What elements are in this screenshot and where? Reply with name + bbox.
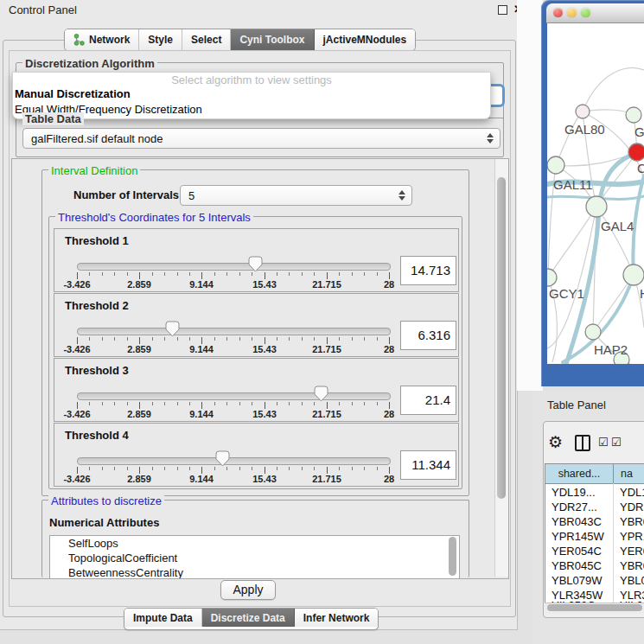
thresholds-coordinates-group-title: Threshold's Coordinates for 5 Intervals — [55, 211, 253, 224]
table-data-combobox[interactable]: galFiltered.sif default node — [22, 128, 501, 149]
node-hap2[interactable] — [585, 324, 601, 340]
threshold-1-slider-track[interactable] — [77, 263, 391, 271]
control-panel-window: Control Panel ✕ Network Style — [0, 0, 518, 630]
mode-tab-bar: Impute Data Discretize Data Infer Networ… — [124, 608, 379, 630]
node-label-gal80: GAL80 — [564, 122, 605, 137]
node-label-hap2: HAP2 — [594, 342, 628, 357]
threshold-4-slider-track[interactable] — [77, 457, 391, 465]
tab-style[interactable]: Style — [139, 29, 182, 50]
combo-stepper-icon — [396, 190, 408, 201]
threshold-3-panel: Threshold 3 -3.426 2.859 9.144 15.43 21.… — [54, 358, 459, 422]
table-row[interactable]: YBL079WYBL0 — [545, 573, 644, 588]
node-gal80[interactable] — [576, 105, 590, 118]
threshold-1-slider-thumb[interactable] — [248, 256, 263, 273]
tab-cyni-toolbox[interactable]: Cyni Toolbox — [231, 29, 314, 50]
node-attribute-table: shared... na YDL19...YDL1 YDR27...YDR2 Y… — [545, 463, 644, 613]
discretization-algorithm-group-title: Discretization Algorithm — [22, 57, 157, 70]
attribute-item-betweennesscentrality[interactable]: BetweennessCentrality — [50, 565, 459, 579]
dropdown-option-manual-discretization[interactable]: Manual Discretization — [15, 87, 131, 100]
tab-discretize-data[interactable]: Discretize Data — [202, 609, 295, 627]
tab-network-label: Network — [89, 34, 130, 46]
algorithm-dropdown-popup: Select algorithm to view settings Manual… — [12, 72, 491, 119]
vertical-scrollbar-thumb[interactable] — [497, 177, 506, 499]
node-gal4[interactable] — [586, 196, 607, 217]
threshold-2-label: Threshold 2 — [65, 299, 129, 312]
table-panel-title: Table Panel — [547, 399, 606, 411]
node-gal11[interactable] — [547, 156, 564, 174]
apply-button[interactable]: Apply — [220, 580, 276, 600]
attribute-item-selfloops[interactable]: SelfLoops — [50, 536, 459, 551]
numerical-attributes-list: SelfLoops TopologicalCoefficient Between… — [49, 535, 460, 579]
node-partial-top[interactable] — [626, 107, 641, 123]
table-data-group-title: Table Data — [22, 112, 84, 125]
table-data-selected-value: galFiltered.sif default node — [23, 132, 484, 145]
threshold-1-label: Threshold 1 — [65, 234, 129, 247]
columns-icon[interactable] — [575, 435, 590, 451]
threshold-3-slider-thumb[interactable] — [314, 386, 328, 403]
zoom-traffic-light-icon[interactable] — [581, 8, 590, 17]
network-canvas[interactable]: GAL80 GA C GAL11 GAL4 GCY1 H HAP2 — [547, 23, 644, 364]
node-label-partial-low: H — [640, 286, 644, 301]
minimize-traffic-light-icon[interactable] — [567, 8, 577, 17]
threshold-4-panel: Threshold 4 -3.426 2.859 9.144 15.43 21.… — [54, 423, 459, 487]
number-of-intervals-combobox[interactable]: 5 — [180, 185, 412, 206]
table-row[interactable]: YDL19...YDL1 — [545, 485, 644, 500]
node-label-partial-mid: C — [637, 161, 644, 175]
float-window-icon[interactable] — [498, 5, 507, 15]
node-label-gal11: GAL11 — [553, 177, 593, 192]
threshold-2-slider-thumb[interactable] — [165, 321, 180, 338]
threshold-1-value-field[interactable]: 14.713 — [400, 256, 456, 285]
table-row[interactable]: YDR27...YDR2 — [545, 500, 644, 514]
number-of-intervals-value: 5 — [181, 189, 396, 202]
control-panel-title: Control Panel — [9, 3, 77, 16]
attribute-item-topologicalcoefficient[interactable]: TopologicalCoefficient — [50, 551, 459, 565]
panel-divider-gap — [517, 0, 543, 391]
table-row[interactable]: YBR045CYBR0 — [545, 558, 644, 573]
node-label-gal4: GAL4 — [601, 219, 634, 233]
tab-infer-network[interactable]: Infer Network — [295, 609, 379, 627]
attributes-list-scrollbar-thumb[interactable] — [449, 537, 456, 576]
tab-impute-data[interactable]: Impute Data — [124, 609, 202, 627]
horizontal-scrollbar-thumb[interactable] — [547, 604, 642, 611]
threshold-3-slider-track[interactable] — [77, 392, 391, 400]
desktop: Control Panel ✕ Network Style — [0, 0, 644, 644]
threshold-4-label: Threshold 4 — [65, 429, 129, 442]
slider-ticks — [77, 272, 390, 279]
node-label-partial-top: GA — [634, 124, 644, 139]
checkbox-icon[interactable]: ☑ — [598, 436, 609, 449]
threshold-2-panel: Threshold 2 -3.426 2.859 9.144 15.43 21.… — [54, 293, 459, 357]
close-traffic-light-icon[interactable] — [553, 8, 563, 17]
tab-jactivemnodules[interactable]: jActiveMNodules — [315, 29, 416, 50]
column-header-shared-name[interactable]: shared... — [545, 464, 614, 484]
threshold-4-slider-thumb[interactable] — [215, 450, 230, 468]
network-icon — [73, 34, 85, 46]
slider-ticks — [77, 467, 390, 474]
threshold-2-value-field[interactable]: 6.316 — [400, 321, 456, 350]
column-header-name[interactable]: na — [614, 464, 644, 484]
threshold-3-label: Threshold 3 — [65, 364, 129, 377]
combo-stepper-icon — [484, 133, 496, 143]
control-panel-tab-bar: Network Style Select Cyni Toolbox jActiv… — [64, 29, 416, 51]
slider-ticks — [77, 337, 390, 344]
numerical-attributes-heading: Numerical Attributes — [49, 516, 159, 529]
checkbox-icon[interactable]: ☑ — [611, 436, 622, 449]
tab-network[interactable]: Network — [65, 29, 139, 50]
node-gcy1[interactable] — [547, 269, 557, 286]
interval-definition-group-title: Interval Definition — [48, 164, 140, 177]
node-label-gcy1: GCY1 — [549, 286, 584, 301]
threshold-4-value-field[interactable]: 11.344 — [400, 450, 456, 480]
slider-ticks — [77, 402, 390, 409]
table-row[interactable]: YER054CYER0 — [545, 544, 644, 558]
threshold-2-slider-track[interactable] — [77, 328, 391, 335]
gear-icon[interactable]: ⚙ — [548, 432, 563, 452]
number-of-intervals-label: Number of Intervals — [73, 188, 179, 201]
table-row[interactable]: YBR043CYBR0 — [545, 514, 644, 529]
threshold-3-value-field[interactable]: 21.4 — [400, 386, 456, 415]
dropdown-prompt-item[interactable]: Select algorithm to view settings — [13, 73, 490, 86]
node-selected-red[interactable] — [628, 143, 644, 161]
node-h[interactable] — [623, 265, 644, 285]
table-row[interactable]: YPR145WYPR1 — [545, 529, 644, 544]
threshold-1-panel: Threshold 1 -3.426 2.859 9.144 15.43 21.… — [54, 228, 459, 292]
attributes-group-title: Attributes to discretize — [48, 494, 164, 507]
tab-select[interactable]: Select — [182, 29, 231, 50]
